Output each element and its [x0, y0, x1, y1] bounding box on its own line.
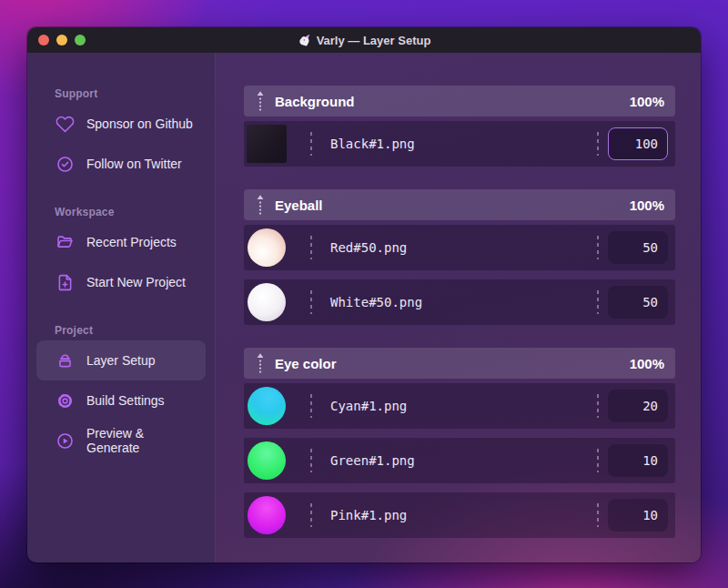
heart-icon: [55, 114, 75, 134]
layer-filename: Pink#1.png: [330, 508, 407, 522]
layer-row[interactable]: Black#1.png: [244, 121, 675, 167]
layer-filename: Red#50.png: [330, 240, 407, 255]
close-button[interactable]: [38, 35, 49, 46]
sidebar-item-label: Preview & Generate: [86, 426, 197, 455]
sidebar-item-label: Recent Projects: [86, 235, 177, 249]
gear-icon: [55, 390, 75, 411]
layer-thumbnail: [247, 386, 287, 426]
weight-control: [597, 286, 668, 319]
layer-filename: White#50.png: [330, 295, 422, 309]
section-label: Project: [36, 324, 206, 340]
sidebar-item-label: Follow on Twitter: [86, 157, 182, 171]
window-title: Varly — Layer Setup: [298, 34, 431, 47]
sidebar-item-preview-generate[interactable]: Preview & Generate: [36, 421, 206, 461]
weight-control: [597, 444, 668, 477]
sidebar-item-layer-setup[interactable]: Layer Setup: [36, 340, 206, 380]
sidebar-item-label: Layer Setup: [86, 353, 156, 368]
badge-check-icon: [55, 154, 75, 174]
layer-row[interactable]: White#50.png: [244, 279, 675, 325]
layer-thumbnail: [247, 441, 287, 481]
layer-filename: Black#1.png: [330, 137, 415, 151]
weight-control: [597, 127, 668, 160]
dashed-divider: [310, 236, 312, 259]
sidebar-item-label: Start New Project: [86, 275, 186, 289]
layer-thumbnail: [247, 228, 287, 268]
layer-filename: Green#1.png: [330, 453, 415, 468]
sidebar-section-project: Project Layer Setup Build Settings: [36, 324, 206, 461]
group-opacity: 100%: [630, 198, 664, 213]
dashed-divider: [597, 394, 599, 418]
play-circle-icon: [55, 431, 75, 451]
layer-row[interactable]: Green#1.png: [244, 438, 675, 483]
window-body: Support Sponsor on Github Follow on Twit…: [27, 53, 701, 563]
drag-handle-icon[interactable]: [255, 352, 266, 374]
group-header: Background 100%: [244, 86, 675, 117]
layer-filename: Cyan#1.png: [330, 399, 407, 413]
weight-control: [597, 499, 668, 532]
section-label: Support: [36, 87, 206, 104]
sidebar-item-recent-projects[interactable]: Recent Projects: [36, 222, 206, 262]
dashed-divider: [310, 503, 312, 527]
section-label: Workspace: [36, 206, 206, 222]
dashed-divider: [310, 290, 312, 314]
sidebar: Support Sponsor on Github Follow on Twit…: [27, 53, 216, 563]
file-plus-icon: [55, 272, 75, 292]
unicorn-app-icon: [298, 34, 311, 47]
group-title: Eyeball: [275, 198, 323, 213]
dashed-divider: [597, 503, 599, 527]
layer-group-background: Background 100% Black#1.png: [244, 86, 675, 167]
weight-input[interactable]: [608, 231, 668, 264]
dashed-divider: [310, 449, 312, 472]
app-window: Varly — Layer Setup Support Sponsor on G…: [27, 27, 701, 563]
group-opacity: 100%: [630, 94, 664, 109]
drag-handle-icon[interactable]: [255, 194, 266, 216]
layer-thumbnail: [247, 282, 287, 322]
layer-group-eyeball: Eyeball 100% Red#50.png White#50.png: [244, 189, 675, 325]
layer-setup-panel: Background 100% Black#1.png: [216, 53, 701, 563]
zoom-button[interactable]: [75, 35, 86, 46]
sidebar-item-label: Sponsor on Github: [86, 117, 193, 131]
folder-icon: [55, 232, 75, 252]
group-title: Eye color: [275, 356, 337, 371]
weight-control: [597, 390, 668, 422]
layer-row[interactable]: Pink#1.png: [244, 492, 675, 538]
layer-row[interactable]: Cyan#1.png: [244, 383, 675, 429]
layer-thumbnail: [247, 495, 287, 535]
dashed-divider: [310, 394, 312, 418]
layer-group-eye-color: Eye color 100% Cyan#1.png Green#1.png: [244, 348, 675, 538]
weight-input[interactable]: [608, 127, 668, 160]
sidebar-item-start-new-project[interactable]: Start New Project: [36, 262, 206, 302]
group-header: Eyeball 100%: [244, 189, 675, 220]
titlebar: Varly — Layer Setup: [27, 27, 701, 53]
group-title: Background: [275, 94, 355, 109]
group-header: Eye color 100%: [244, 348, 675, 379]
weight-input[interactable]: [608, 499, 668, 532]
layer-row[interactable]: Red#50.png: [244, 225, 675, 270]
weight-input[interactable]: [608, 444, 668, 477]
dashed-divider: [310, 132, 312, 156]
layer-thumbnail: [247, 124, 287, 164]
group-opacity: 100%: [630, 356, 664, 371]
weight-input[interactable]: [608, 390, 668, 422]
sidebar-section-workspace: Workspace Recent Projects Start New Proj…: [36, 206, 206, 302]
desktop: { "window": { "title": "Varly — Layer Se…: [0, 0, 728, 588]
sidebar-item-build-settings[interactable]: Build Settings: [36, 380, 206, 421]
sidebar-item-sponsor-on-github[interactable]: Sponsor on Github: [36, 104, 206, 144]
sidebar-item-follow-on-twitter[interactable]: Follow on Twitter: [36, 144, 206, 184]
dashed-divider: [597, 449, 599, 472]
sidebar-item-label: Build Settings: [86, 393, 165, 408]
dashed-divider: [597, 236, 599, 259]
layers-icon: [55, 350, 75, 370]
sidebar-section-support: Support Sponsor on Github Follow on Twit…: [36, 87, 206, 184]
dashed-divider: [597, 290, 599, 314]
drag-handle-icon[interactable]: [255, 90, 266, 112]
traffic-lights: [38, 35, 86, 46]
weight-control: [597, 231, 668, 264]
dashed-divider: [597, 132, 599, 156]
weight-input[interactable]: [608, 286, 668, 319]
minimize-button[interactable]: [56, 35, 67, 46]
